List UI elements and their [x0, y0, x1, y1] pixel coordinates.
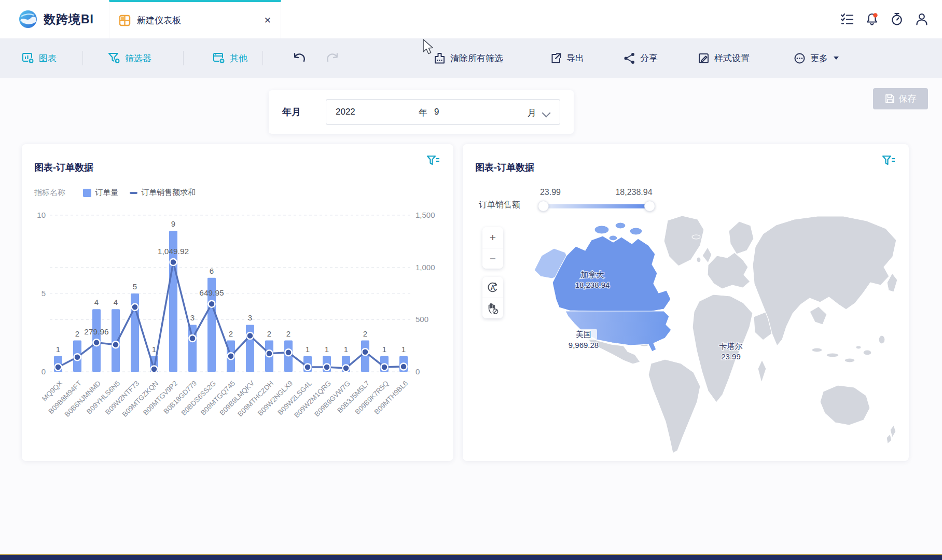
svg-text:2: 2	[363, 329, 367, 338]
map-region-uk	[702, 247, 712, 263]
map-region-asia	[753, 216, 896, 346]
year-value: 2022	[336, 107, 355, 117]
save-button[interactable]: 保存	[873, 88, 928, 109]
date-filter-label: 年月	[282, 106, 301, 118]
share-label: 分享	[640, 52, 658, 64]
style-settings-button[interactable]: 样式设置	[698, 38, 750, 78]
topbar: 数跨境BI 新建仪表板 ✕	[0, 0, 942, 38]
svg-text:2: 2	[286, 329, 290, 338]
clear-filters-label: 清除所有筛选	[450, 52, 503, 64]
year-unit: 年	[419, 107, 427, 119]
undo-icon	[292, 52, 306, 64]
map-reset-button[interactable]: A	[482, 277, 503, 298]
svg-text:2: 2	[75, 329, 79, 338]
share-icon	[624, 52, 635, 64]
reset-view-icon: A	[487, 281, 499, 293]
map-metric-label: 订单销售额	[479, 200, 520, 211]
funnel-plus-icon	[108, 52, 120, 64]
world-map[interactable]: 加拿大 18,238.94 美国 9,969.28 卡塔尔 23.99	[524, 214, 913, 458]
map-region-europe	[708, 253, 750, 289]
add-chart-label: 图表	[39, 52, 57, 64]
svg-text:B09B9K7R5Q: B09B9K7R5Q	[354, 380, 391, 416]
slider-handle-max[interactable]	[644, 201, 655, 212]
svg-text:279.96: 279.96	[84, 327, 108, 336]
redo-button[interactable]	[326, 38, 340, 78]
card-filter-icon[interactable]	[426, 155, 440, 167]
slider-handle-min[interactable]	[538, 201, 549, 212]
export-icon	[550, 52, 562, 64]
value-range-slider[interactable]	[543, 204, 649, 208]
save-floppy-icon	[885, 94, 895, 104]
svg-text:10: 10	[37, 211, 46, 219]
month-value: 9	[434, 107, 439, 117]
tab-dashboard[interactable]: 新建仪表板 ✕	[109, 0, 281, 38]
chart-plus-icon	[22, 52, 34, 64]
map-region-scandinavia	[729, 221, 754, 254]
card-title: 图表-订单数据	[475, 161, 534, 174]
card-title: 图表-订单数据	[34, 161, 93, 174]
svg-text:2: 2	[267, 329, 271, 338]
svg-text:B09W2NTF73: B09W2NTF73	[104, 380, 141, 416]
export-button[interactable]: 导出	[550, 38, 584, 78]
month-unit: 月	[528, 107, 536, 119]
style-settings-label: 样式设置	[714, 52, 750, 64]
map-label-qatar-value: 23.99	[721, 352, 741, 361]
svg-text:0: 0	[41, 367, 46, 376]
undo-button[interactable]	[292, 38, 306, 78]
svg-text:3: 3	[248, 313, 252, 322]
tab-close-icon[interactable]: ✕	[264, 15, 271, 26]
toolbar: 图表 筛选器 其他	[0, 38, 942, 78]
slider-max-value: 18,238.94	[609, 188, 659, 197]
clear-filters-button[interactable]: 清除所有筛选	[434, 38, 503, 78]
notification-dot	[873, 13, 877, 17]
date-filter-card: 年月 2022 年 9 月	[269, 90, 574, 134]
more-ellipsis-icon	[794, 52, 806, 64]
add-filter-button[interactable]: 筛选器	[108, 38, 151, 78]
svg-text:5: 5	[41, 289, 46, 298]
timer-icon[interactable]	[890, 12, 904, 26]
map-region-canada[interactable]	[552, 236, 671, 312]
save-label: 保存	[899, 93, 917, 105]
map-region-australia	[820, 385, 870, 425]
add-filter-label: 筛选器	[125, 52, 151, 64]
svg-text:1: 1	[152, 345, 156, 354]
add-other-label: 其他	[230, 52, 247, 64]
svg-text:3: 3	[190, 313, 195, 322]
add-chart-button[interactable]: 图表	[22, 38, 57, 78]
map-region-south-america	[648, 359, 700, 453]
svg-text:1,049.92: 1,049.92	[158, 247, 189, 256]
card-filter-icon[interactable]	[882, 155, 895, 167]
tab-title: 新建仪表板	[137, 15, 181, 26]
order-data-chart-card: 图表-订单数据 指标名称 订单量 订单销售额求和 124451936232211…	[22, 144, 453, 461]
clear-brush-icon	[434, 52, 446, 64]
svg-text:5: 5	[133, 282, 137, 291]
brand-logo[interactable]: 数跨境BI	[18, 0, 94, 38]
share-button[interactable]: 分享	[624, 38, 658, 78]
map-zoom-in-button[interactable]: +	[482, 227, 503, 248]
user-icon[interactable]	[915, 12, 929, 26]
add-other-button[interactable]: 其他	[213, 38, 247, 78]
svg-text:6: 6	[210, 267, 214, 275]
svg-text:9: 9	[171, 219, 175, 228]
map-extra-controls: A	[482, 277, 503, 318]
svg-text:4: 4	[94, 298, 99, 306]
more-button[interactable]: 更多	[794, 38, 839, 78]
style-pen-icon	[698, 52, 710, 64]
slider-min-value: 23.99	[532, 188, 569, 197]
year-month-select[interactable]: 2022 年 9 月	[326, 99, 560, 125]
export-label: 导出	[566, 52, 584, 64]
svg-text:1: 1	[382, 345, 386, 354]
notification-bell-icon[interactable]	[865, 12, 879, 26]
svg-text:1,500: 1,500	[415, 211, 435, 219]
brand-name: 数跨境BI	[44, 11, 94, 27]
map-zoom-out-button[interactable]: −	[482, 248, 503, 269]
map-label-canada-name: 加拿大	[581, 270, 604, 279]
map-label-usa-value: 9,969.28	[569, 341, 599, 349]
widget-plus-icon	[213, 52, 225, 64]
svg-text:B09MTH9BL6: B09MTH9BL6	[373, 380, 410, 416]
task-list-icon[interactable]	[840, 12, 854, 26]
map-label-canada-value: 18,238.94	[575, 281, 610, 289]
combo-chart: 1244519362322111211MQ9QXB09B8M94FTB0B6NJ…	[22, 196, 453, 461]
map-pan-disable-button[interactable]	[482, 298, 503, 318]
mouse-cursor	[421, 38, 435, 56]
